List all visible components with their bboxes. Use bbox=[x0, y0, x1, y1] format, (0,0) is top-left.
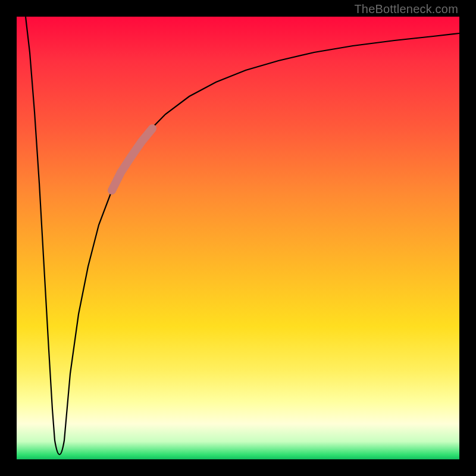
highlight-segment bbox=[112, 129, 152, 190]
bottleneck-curve bbox=[26, 17, 459, 455]
chart-frame: TheBottleneck.com bbox=[0, 0, 476, 476]
watermark-text: TheBottleneck.com bbox=[354, 2, 458, 16]
plot-area bbox=[17, 17, 459, 459]
curve-layer bbox=[17, 17, 459, 459]
